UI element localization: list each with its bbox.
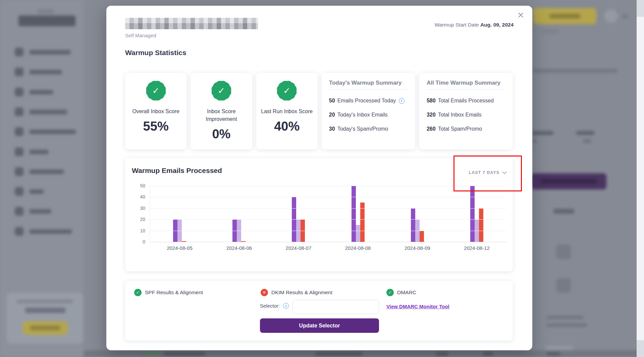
selector-label: Selector:: [260, 303, 280, 309]
score-label: Inbox Score Improvement: [195, 107, 247, 123]
scrollbar-bottom-cap: [637, 340, 644, 357]
gridline: [150, 219, 506, 220]
buy-credits-label-censored: [549, 14, 580, 18]
verified-badge-icon: ✓: [277, 81, 296, 100]
sidebar-item-label-censored: [30, 189, 44, 194]
summary-item: 50 Emails Processed Today i: [329, 98, 408, 104]
bar-group: [150, 186, 209, 242]
sidebar-item-label-censored: [30, 150, 48, 154]
score-value: 40%: [256, 119, 318, 134]
sidebar-item-censored[interactable]: [0, 187, 84, 197]
summary-label: Today's Inbox Emails: [337, 112, 388, 118]
x-axis-label: 2024-08-09: [388, 245, 447, 251]
view-dmarc-monitor-tool-link[interactable]: View DMARC Monitor Tool: [386, 304, 449, 309]
summary-value: 50: [329, 98, 335, 104]
background-cell-censored: [547, 352, 560, 356]
status-icon-censored: [556, 244, 571, 259]
range-selector-label: LAST 7 DAYS: [469, 170, 499, 175]
sidebar-item-label-censored: [30, 50, 70, 54]
dkim-result: ✕ DKIM Results & Alignment: [261, 289, 332, 296]
check-circle-icon: ✓: [134, 289, 142, 296]
background-cell-censored: [164, 352, 205, 356]
sidebar-item-censored[interactable]: [0, 107, 84, 118]
sidebar-item-icon-censored: [15, 167, 23, 176]
warmup-statistics-modal: ✕ Self Managed Warmup Start Date Aug. 09…: [106, 6, 532, 350]
x-axis-labels: 2024-08-052024-08-062024-08-072024-08-08…: [150, 245, 506, 251]
sidebar-item-icon-censored: [15, 187, 23, 196]
x-axis-label: 2024-08-12: [447, 245, 506, 251]
sidebar-item-label-censored: [30, 209, 51, 214]
x-axis-label: 2024-08-08: [328, 245, 388, 251]
y-axis-tick: 50: [135, 183, 145, 188]
warmup-account-button-censored[interactable]: [531, 173, 606, 189]
topbar-text-censored: [542, 30, 559, 33]
sidebar-item-icon-censored: [15, 207, 23, 216]
score-card-improvement: ✓ Inbox Score Improvement 0%: [191, 73, 252, 149]
summary-label: Today's Spam/Promo: [337, 126, 388, 132]
avatar[interactable]: [604, 9, 618, 23]
summary-value: 260: [427, 126, 436, 132]
summary-item: 30 Today's Spam/Promo: [329, 126, 408, 132]
sidebar-item-label-censored: [30, 229, 72, 234]
summary-item: 20 Today's Inbox Emails: [329, 112, 408, 118]
sidebar-item-icon-censored: [15, 147, 23, 156]
gridline: [150, 242, 506, 242]
bar: [356, 225, 360, 242]
check-icon: ✓: [147, 81, 165, 100]
bar: [479, 208, 483, 242]
stats-cards-row: ✓ Overall Inbox Score 55% ✓ Inbox Score …: [125, 73, 513, 149]
warmup-account-button-label-censored: [541, 179, 597, 184]
plan-card-censored: [7, 293, 83, 343]
selector-input[interactable]: [292, 300, 379, 314]
background-text-censored: [547, 316, 584, 319]
sidebar: [0, 0, 84, 357]
sidebar-item-censored[interactable]: [0, 207, 84, 217]
score-label: Last Run Inbox Score: [261, 107, 313, 115]
page-scrollbar[interactable]: [637, 0, 644, 357]
summary-value: 20: [329, 112, 335, 118]
sidebar-item-censored[interactable]: [0, 48, 84, 58]
email-auth-card: ✓ SPF Results & Alignment ✕ DKIM Results…: [125, 281, 513, 341]
sidebar-item-icon-censored: [15, 127, 23, 136]
verified-badge-icon: ✓: [212, 81, 231, 100]
summary-label: Emails Processed Today: [337, 98, 396, 104]
y-axis-tick: 40: [135, 194, 145, 199]
sidebar-item-censored[interactable]: [0, 167, 84, 177]
plan-card-button-label-censored: [30, 326, 60, 330]
gridline: [150, 208, 506, 209]
sidebar-item-censored[interactable]: [0, 88, 84, 98]
summary-value: 30: [329, 126, 335, 132]
background-text-censored: [547, 323, 587, 327]
sidebar-item-icon-censored: [15, 107, 23, 116]
update-selector-button[interactable]: Update Selector: [260, 318, 379, 333]
warmup-emails-chart-card: Warmup Emails Processed LAST 7 DAYS 2024…: [125, 158, 513, 271]
plan-card-text-censored: [17, 300, 73, 303]
sidebar-item-icon-censored: [15, 88, 23, 96]
section-title: Warmup Statistics: [125, 49, 186, 57]
x-axis-label: 2024-08-07: [269, 245, 328, 251]
background-column-header-censored: [576, 131, 594, 135]
chevron-down-icon[interactable]: [623, 15, 628, 18]
summary-item: 320 Total Inbox Emails: [427, 112, 505, 118]
bar: [352, 186, 356, 242]
close-icon[interactable]: ✕: [517, 11, 524, 19]
todays-warmup-summary-card: Today's Warmup Summary 50 Emails Process…: [322, 73, 415, 149]
spf-result: ✓ SPF Results & Alignment: [134, 289, 203, 296]
sidebar-item-censored[interactable]: [0, 68, 84, 78]
x-axis-label: 2024-08-06: [209, 245, 269, 251]
sidebar-item-censored[interactable]: [0, 147, 84, 158]
info-icon[interactable]: i: [399, 98, 405, 104]
info-icon[interactable]: i: [283, 303, 289, 309]
bar: [470, 186, 475, 242]
sidebar-item-censored[interactable]: [0, 227, 84, 237]
status-header-censored: [553, 209, 574, 214]
account-email-censored: [125, 18, 258, 29]
sidebar-item-censored[interactable]: [0, 127, 84, 137]
background-value-censored: [583, 139, 591, 143]
chart-range-selector[interactable]: LAST 7 DAYS: [469, 170, 507, 175]
buy-credits-button-censored[interactable]: [533, 8, 596, 24]
y-axis-tick: 10: [135, 228, 145, 233]
plan-card-button-censored[interactable]: [23, 321, 67, 335]
y-axis-tick: 20: [135, 217, 145, 222]
app-logo: [18, 15, 75, 26]
